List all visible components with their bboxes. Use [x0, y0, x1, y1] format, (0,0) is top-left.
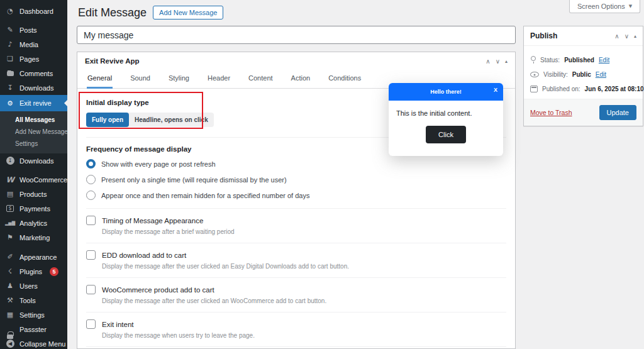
sidebar-item-exit-revive[interactable]: ⚙ Exit revive	[0, 95, 67, 111]
collapse-toggle-icon[interactable]: ▴	[634, 33, 636, 39]
download-icon: ↧	[5, 84, 15, 92]
sidebar-item-label: Pages	[19, 55, 39, 63]
tab-header[interactable]: Header	[207, 70, 231, 88]
initial-display-toggle: Fully open Headline, opens on click	[86, 113, 214, 127]
tools-icon: ⚒	[5, 296, 15, 304]
move-up-icon[interactable]: ∧	[614, 33, 619, 40]
sidebar-item-label: Products	[19, 191, 47, 198]
close-icon[interactable]: X	[494, 87, 497, 93]
trigger-woo-add-to-cart: WooCommerce product add to cart Display …	[86, 277, 506, 312]
move-down-icon[interactable]: ∨	[625, 33, 629, 40]
chevron-down-icon: ▼	[629, 4, 632, 9]
sidebar-item-label: Comments	[19, 70, 53, 77]
sidebar-item-payments[interactable]: $ Payments	[0, 201, 67, 216]
publish-title: Publish	[530, 31, 557, 40]
woocommerce-icon: W	[5, 175, 15, 184]
exit-revive-submenu: All Messages Add New Message Settings	[0, 111, 67, 153]
sidebar-item-analytics[interactable]: ▂▅▇ Analytics	[0, 216, 67, 230]
sidebar-item-label: Downloads	[19, 157, 53, 165]
published-date-value: Jun 6, 2025 at 08:10	[585, 86, 644, 92]
visibility-value: Public	[572, 71, 591, 78]
sidebar-item-label: Users	[19, 282, 38, 290]
popup-click-button[interactable]: Click	[426, 126, 466, 143]
submenu-item-add-new-message[interactable]: Add New Message	[0, 126, 67, 138]
sidebar-item-downloads-edd[interactable]: ↧ Downloads	[0, 153, 67, 168]
popup-header: Hello there! X	[389, 83, 503, 101]
sidebar-separator	[0, 168, 67, 172]
calendar-icon	[530, 86, 538, 92]
admin-sidebar: ◔ Dashboard ✎ Posts ♪ Media ❏ Pages Comm…	[0, 0, 67, 349]
sidebar-item-collapse-menu[interactable]: ◀ Collapse Menu	[0, 336, 67, 349]
tab-sound[interactable]: Sound	[130, 70, 151, 88]
timing-checkbox[interactable]	[86, 216, 96, 225]
plugins-icon: ☇	[5, 267, 15, 275]
radio-checked[interactable]	[86, 159, 96, 169]
move-up-icon[interactable]: ∧	[486, 58, 490, 65]
collapse-toggle-icon[interactable]: ▴	[505, 58, 508, 64]
submenu-item-all-messages[interactable]: All Messages	[0, 114, 67, 126]
status-row: Status: Published Edit	[530, 56, 636, 64]
sidebar-item-label: Downloads	[19, 84, 53, 92]
sidebar-item-marketing[interactable]: ⚑ Marketing	[0, 230, 67, 245]
move-down-icon[interactable]: ∨	[496, 58, 500, 65]
appearance-icon: ✐	[5, 253, 15, 261]
tab-styling[interactable]: Styling	[168, 70, 190, 88]
sidebar-item-label: Analytics	[19, 219, 47, 227]
sidebar-item-tools[interactable]: ⚒ Tools	[0, 293, 67, 307]
sidebar-item-posts[interactable]: ✎ Posts	[0, 23, 67, 37]
status-value: Published	[564, 57, 594, 64]
radio-unchecked[interactable]	[86, 175, 96, 184]
screen-options-button[interactable]: Screen Options ▼	[569, 0, 640, 13]
posts-icon: ✎	[5, 26, 15, 34]
tab-content[interactable]: Content	[248, 70, 274, 88]
panel-title: Exit Revive App	[85, 57, 140, 65]
frequency-option-hidden-days[interactable]: Appear once and then remain hidden for a…	[86, 191, 506, 200]
tab-general[interactable]: General	[87, 70, 113, 89]
products-icon: ▤	[5, 190, 15, 198]
submenu-item-settings[interactable]: Settings	[0, 138, 67, 150]
sidebar-item-label: Tools	[19, 297, 36, 304]
sidebar-item-media[interactable]: ♪ Media	[0, 37, 67, 52]
update-button[interactable]: Update	[599, 105, 636, 120]
sidebar-item-label: Collapse Menu	[19, 340, 65, 348]
frequency-option-single-time[interactable]: Present only a single time (will require…	[86, 175, 506, 184]
message-title-input[interactable]	[77, 26, 516, 44]
sidebar-item-comments[interactable]: Comments	[0, 66, 67, 80]
trigger-edd-add-to-cart: EDD download add to cart Display the mes…	[86, 243, 506, 277]
pin-icon	[530, 56, 536, 64]
tab-action[interactable]: Action	[291, 70, 311, 88]
sidebar-item-pages[interactable]: ❏ Pages	[0, 52, 67, 66]
publish-panel: Publish ∧ ∨ ▴ Status: Published Edit Vis…	[523, 26, 643, 126]
move-to-trash-link[interactable]: Move to Trash	[530, 109, 572, 116]
sidebar-item-label: Passster	[19, 326, 47, 333]
popup-content-text: This is the initial content.	[396, 109, 496, 117]
edit-visibility-link[interactable]: Edit	[596, 71, 606, 78]
sidebar-item-appearance[interactable]: ✐ Appearance	[0, 250, 67, 264]
sidebar-item-downloads[interactable]: ↧ Downloads	[0, 80, 67, 95]
sidebar-item-label: Dashboard	[19, 8, 53, 15]
sidebar-item-users[interactable]: ♟ Users	[0, 279, 67, 293]
sidebar-item-label: WooCommerce	[19, 176, 67, 184]
screen-options-label: Screen Options	[577, 3, 625, 10]
tab-conditions[interactable]: Conditions	[328, 70, 362, 88]
edd-checkbox[interactable]	[86, 250, 96, 260]
exit-intent-checkbox[interactable]	[86, 319, 96, 329]
sidebar-item-label: Posts	[19, 26, 37, 34]
toggle-fully-open[interactable]: Fully open	[86, 113, 129, 127]
frequency-option-every-refresh[interactable]: Show with every page or post refresh	[86, 159, 506, 169]
add-new-message-button[interactable]: Add New Message	[153, 6, 223, 19]
sidebar-item-plugins[interactable]: ☇ Plugins 5	[0, 264, 67, 279]
edit-status-link[interactable]: Edit	[599, 57, 609, 64]
radio-unchecked[interactable]	[86, 191, 96, 200]
gear-icon: ⚙	[5, 99, 15, 108]
sidebar-item-passster[interactable]: Passster	[0, 322, 67, 336]
sidebar-item-settings[interactable]: ▦ Settings	[0, 307, 67, 322]
sidebar-item-dashboard[interactable]: ◔ Dashboard	[0, 4, 67, 18]
sidebar-item-label: Plugins	[19, 268, 42, 275]
published-on-row: Published on: Jun 6, 2025 at 08:10 Edit	[530, 86, 636, 92]
sidebar-item-products[interactable]: ▤ Products	[0, 187, 67, 201]
toggle-headline-on-click[interactable]: Headline, opens on click	[129, 113, 214, 127]
analytics-icon: ▂▅▇	[5, 221, 15, 226]
sidebar-item-woocommerce[interactable]: W WooCommerce	[0, 172, 67, 187]
woocommerce-checkbox[interactable]	[86, 285, 96, 294]
